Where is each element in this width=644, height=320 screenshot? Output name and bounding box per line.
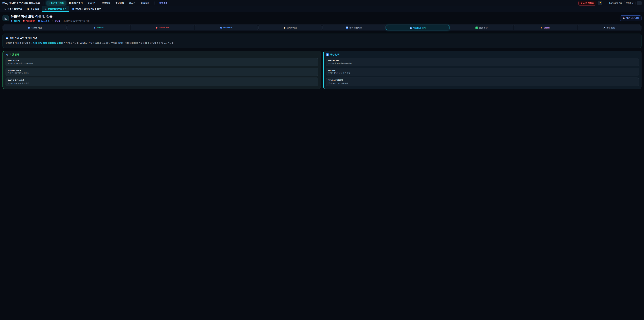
notifications-button[interactable] [598,1,602,5]
list-item-hycom: HYCOM 전지구 1/12° 해양 순환 모델 [326,68,639,76]
user-name: Eunjeong Kim [609,2,622,4]
tab-opendrift[interactable]: OpenDrift [195,25,258,30]
page-title: 유출유 확산 모델 이론 및 검증 [11,14,90,19]
hamburger-icon [638,2,640,4]
weather-card-title: 기상 입력 [10,53,19,56]
intro-body: 유출유 확산 예측의 정확도는 입력 해양·기상 데이터의 품질에 크게 좌우됩… [6,42,638,45]
nav-item-oil-spill-prediction[interactable]: 유출유 확산예측 [46,1,66,6]
model-badge-row: KOSPS POSEIDON OpenDrift 앙상블 [11,20,90,22]
subtab-label: 오일펜스 배치 알고리즘 이론 [75,8,101,11]
shield-icon [72,8,74,10]
nav-item-emergency-rescue[interactable]: 긴급구난 [86,1,98,6]
intro-highlight: 입력 해양·기상 데이터의 품질 [33,42,61,44]
nav-item-integrated-search[interactable]: 통합조회 [157,1,170,6]
ocean-card-title: 해양 입력 [330,53,340,56]
weather-card-header: 기상 입력 [6,53,318,56]
subtab-spill-model-theory[interactable]: 유출유확산모델 이론 [42,6,69,12]
blue-sphere-icon [38,20,40,22]
list-item-ecmwf-era5: ECMWF ERA5 전지구 0.25° 재분석 데이터 [6,68,318,76]
divider [154,2,154,5]
clipboard-icon [27,8,29,10]
subtab-analysis-list[interactable]: 분석 목록 [25,6,42,12]
page-header: 유출유 확산 모델 이론 및 검증 KOSPS POSEIDON OpenDri… [2,14,642,22]
red-sphere-icon [23,20,25,22]
list-item-kma-rdaps: KMA RDAPS 동아시아 12km 해상도·24h 예보 [6,58,318,66]
wave-icon [410,27,412,29]
nav-item-aerial-search[interactable]: 항공탐색 [113,1,126,6]
nav-item-weather-info[interactable]: 기상정보 [139,1,152,6]
sub-tab-bar: 유출유 확산분석 분석 목록 유출유확산모델 이론 [0,6,644,12]
subtab-oil-fence-theory[interactable]: 오일펜스 배치 알고리즘 이론 [69,6,104,12]
compass-icon [284,27,286,29]
subtab-spill-analysis[interactable]: 유출유 확산분석 [1,6,25,12]
red-sphere-icon [156,27,158,29]
tab-marine-environment-input[interactable]: 해양환경 입력 [386,25,450,30]
tab-particle-tracking[interactable]: 입자추적법 [258,25,322,30]
lightning-icon [541,27,542,29]
microscope-icon [4,8,6,10]
diamond-icon [11,20,12,22]
refresh-icon: ↻ [346,27,348,29]
badge-ensemble: 앙상블 [52,20,60,22]
wave-icon [326,53,329,56]
menu-button[interactable] [637,1,642,5]
logout-button[interactable]: 로그아웃 [624,1,636,5]
subtab-label: 유출유 확산분석 [8,8,22,11]
incident-label: 사고 진행중 [583,2,594,5]
ocean-card-header: 해양 입력 [326,53,639,56]
ocean-card-items: NIFS ROMS 한국 근해 1km 해류·수온 예보 HYCOM 전지구 1… [326,58,639,86]
top-navbar: Wing 해양환경 위기대응 통합시스템 유출유 확산예측 HNS·대기확산 긴… [0,0,644,6]
weather-card-items: KMA RDAPS 동아시아 12km 해상도·24h 예보 ECMWF ERA… [6,58,318,86]
wind-face-icon [6,53,8,56]
pdf-icon [622,17,625,19]
navbar-right: 사고 진행중 Eunjeong Kim 로그아웃 [578,1,642,6]
tab-kosps[interactable]: KOSPS [67,25,130,30]
diamond-icon [94,27,96,29]
intro-heading: 해양환경 입력 데이터 체계 [10,37,38,40]
app-title: 해양환경 위기대응 통합시스템 [10,2,40,5]
section-tab-bar: 시스템 개요 KOSPS POSEIDON OpenDrift 입자추적법 [2,25,642,31]
divider [606,2,606,5]
subtab-label: 분석 목록 [30,8,39,11]
nav-item-reports[interactable]: 보고자료 [100,1,112,6]
tab-poseidon[interactable]: POSEIDON [131,25,194,30]
check-icon: ✓ [476,27,478,29]
blue-sphere-icon [220,27,222,29]
rocket-icon [603,27,606,29]
pdf-export-button[interactable]: PDF 내보내기 [620,16,642,21]
list-item-nifs-roms: NIFS ROMS 한국 근해 1km 해류·수온 예보 [326,58,639,66]
lightning-icon [52,20,54,22]
list-item-tpxo9: TPXO9 조화분석 15개 분조 기반 조류 예측 [326,78,639,86]
globe-icon [28,27,30,29]
nav-item-hns-air-dispersion[interactable]: HNS·대기확산 [67,1,85,6]
page-title-block: 유출유 확산 모델 이론 및 검증 KOSPS POSEIDON OpenDri… [11,14,90,22]
model-basis-note: 라그랑지안 입자추적 이론 기반 [63,20,90,22]
main-menu: 유출유 확산예측 HNS·대기확산 긴급구난 보고자료 항공탐색 게시판 기상정… [46,1,170,6]
badge-opendrift: OpenDrift [38,20,50,22]
ocean-input-card: 해양 입력 NIFS ROMS 한국 근해 1km 해류·수온 예보 HYCOM… [323,51,642,89]
triangle-ruler-icon [44,8,47,10]
tab-weathering-process[interactable]: ↻ 풍화 프로세스 [322,25,386,30]
tab-ensemble[interactable]: 앙상블 [514,25,577,30]
app-logo: Wing [2,2,8,5]
subtab-label: 유출유확산모델 이론 [48,8,66,11]
weather-input-card: 기상 입력 KMA RDAPS 동아시아 12km 해상도·24h 예보 ECM… [2,51,321,89]
badge-poseidon: POSEIDON [23,20,36,22]
incident-dot-icon [581,3,582,4]
tab-future-direction[interactable]: 발전 방향 [578,25,641,30]
incident-status-badge[interactable]: 사고 진행중 [578,1,596,6]
wave-icon [6,37,8,39]
nav-item-board[interactable]: 게시판 [127,1,138,6]
tab-model-validation[interactable]: ✓ 모델 검증 [450,25,513,30]
main-content: 유출유 확산 모델 이론 및 검증 KOSPS POSEIDON OpenDri… [0,14,644,89]
bell-icon [599,2,602,4]
page-title-icon-box [2,15,9,21]
list-item-aws: AWS 자동기상관측 실시간 10분 단위 풍향·풍속 [6,78,318,86]
divider [43,2,44,5]
tab-system-overview[interactable]: 시스템 개요 [3,25,66,30]
badge-kosps: KOSPS [11,20,20,22]
triangle-ruler-icon [4,17,7,20]
intro-panel: 해양환경 입력 데이터 체계 유출유 확산 예측의 정확도는 입력 해양·기상 … [2,34,642,48]
input-data-cards: 기상 입력 KMA RDAPS 동아시아 12km 해상도·24h 예보 ECM… [2,51,642,89]
intro-heading-row: 해양환경 입력 데이터 체계 [6,37,638,40]
